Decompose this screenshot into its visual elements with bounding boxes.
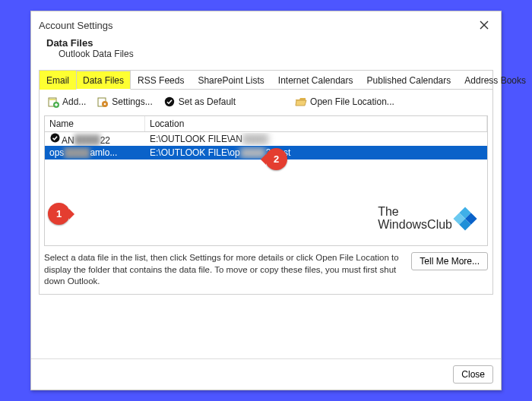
titlebar: Account Settings — [31, 11, 501, 34]
column-header-name[interactable]: Name — [45, 116, 145, 131]
default-check-icon — [49, 133, 60, 144]
settings-icon — [97, 96, 109, 108]
tab-sharepoint-lists[interactable]: SharePoint Lists — [191, 71, 271, 90]
windowsclub-logo-icon — [453, 207, 477, 231]
column-header-location[interactable]: Location — [145, 116, 487, 131]
add-label: Add... — [62, 96, 86, 107]
add-icon — [47, 96, 59, 108]
hint-row: Select a data file in the list, then cli… — [44, 252, 488, 288]
callout-1: 1 — [48, 203, 70, 225]
section-header: Data Files Outlook Data Files — [31, 34, 501, 67]
hint-text: Select a data file in the list, then cli… — [44, 252, 404, 288]
toolbar: Add... Settings... Set as Default Open F — [40, 90, 492, 114]
window-title: Account Settings — [39, 20, 113, 31]
tab-published-calendars[interactable]: Published Calendars — [360, 71, 458, 90]
open-file-location-label: Open File Location... — [310, 96, 394, 107]
tab-email[interactable]: Email — [40, 71, 76, 90]
close-button[interactable]: Close — [453, 365, 493, 384]
check-circle-icon — [163, 96, 176, 108]
callout-2: 2 — [265, 148, 287, 170]
tabs: EmailData FilesRSS FeedsSharePoint Lists… — [40, 71, 492, 90]
settings-label: Settings... — [112, 96, 152, 107]
svg-point-9 — [50, 134, 59, 143]
tab-data-files[interactable]: Data Files — [76, 71, 131, 90]
dialog-footer: Close — [31, 358, 501, 390]
watermark: The WindowsClub — [378, 206, 473, 232]
data-files-table: Name Location AN████22E:\OUTLOOK FILE\AN… — [44, 115, 488, 246]
settings-button[interactable]: Settings... — [93, 94, 155, 109]
close-icon[interactable] — [475, 16, 493, 34]
account-settings-dialog: Account Settings Data Files Outlook Data… — [30, 11, 502, 390]
set-default-label: Set as Default — [179, 96, 236, 107]
table-header: Name Location — [45, 116, 487, 132]
tab-internet-calendars[interactable]: Internet Calendars — [271, 71, 360, 90]
tell-me-more-button[interactable]: Tell Me More... — [411, 252, 488, 270]
section-heading: Data Files — [46, 37, 486, 49]
set-default-button[interactable]: Set as Default — [160, 94, 239, 109]
table-row[interactable]: AN████22E:\OUTLOOK FILE\AN████ — [45, 132, 487, 146]
add-button[interactable]: Add... — [44, 94, 89, 109]
folder-open-icon — [295, 96, 307, 108]
content-panel: EmailData FilesRSS FeedsSharePoint Lists… — [39, 70, 493, 295]
section-subheading: Outlook Data Files — [46, 49, 486, 59]
open-file-location-button[interactable]: Open File Location... — [292, 94, 397, 109]
tab-address-books[interactable]: Address Books — [458, 71, 532, 90]
svg-rect-3 — [49, 99, 55, 100]
svg-point-7 — [104, 103, 106, 106]
tab-rss-feeds[interactable]: RSS Feeds — [131, 71, 191, 90]
